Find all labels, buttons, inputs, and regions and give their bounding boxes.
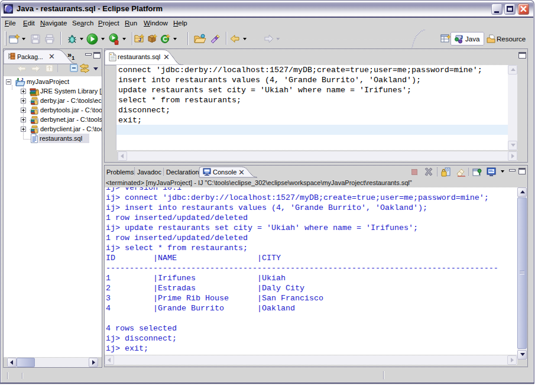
svg-text:J: J bbox=[138, 37, 141, 43]
svg-text:J: J bbox=[460, 34, 463, 40]
svg-text:J: J bbox=[21, 77, 23, 82]
svg-text:C: C bbox=[163, 36, 167, 43]
